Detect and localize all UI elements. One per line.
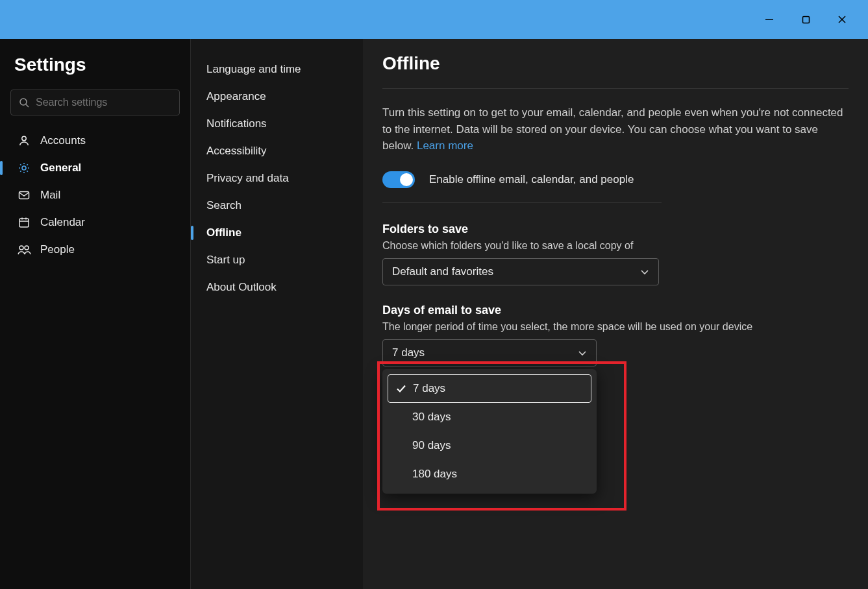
chevron-down-icon bbox=[640, 267, 649, 276]
folders-to-save-select[interactable]: Default and favorites bbox=[382, 258, 659, 285]
mail-icon bbox=[17, 189, 31, 202]
settings-content: Offline Turn this setting on to get to y… bbox=[363, 39, 868, 589]
minimize-icon bbox=[765, 15, 774, 24]
days-of-email-desc: The longer period of time you select, th… bbox=[382, 321, 849, 333]
subnav-language-and-time[interactable]: Language and time bbox=[200, 56, 354, 83]
check-icon bbox=[395, 383, 408, 394]
days-select-value: 7 days bbox=[392, 346, 425, 359]
calendar-icon bbox=[17, 216, 31, 229]
subnav-appearance[interactable]: Appearance bbox=[200, 83, 354, 110]
sidebar-item-mail[interactable]: Mail bbox=[10, 182, 180, 209]
subnav-label: Appearance bbox=[206, 90, 266, 103]
app-frame: Settings Accounts General Mail bbox=[0, 39, 868, 589]
window-titlebar bbox=[0, 0, 868, 39]
maximize-icon bbox=[802, 16, 810, 24]
learn-more-link[interactable]: Learn more bbox=[417, 139, 473, 152]
settings-heading: Settings bbox=[14, 54, 180, 75]
option-label: 90 days bbox=[412, 439, 451, 452]
svg-point-14 bbox=[25, 246, 29, 250]
subnav-privacy-and-data[interactable]: Privacy and data bbox=[200, 165, 354, 192]
folders-to-save-heading: Folders to save bbox=[382, 222, 849, 236]
subnav-offline[interactable]: Offline bbox=[200, 219, 354, 246]
sidebar-item-general[interactable]: General bbox=[10, 154, 180, 182]
sidebar-item-label: Accounts bbox=[40, 134, 86, 147]
sidebar-item-label: Calendar bbox=[40, 216, 85, 229]
gear-icon bbox=[17, 162, 31, 174]
days-of-email-select[interactable]: 7 days bbox=[382, 339, 597, 367]
option-label: 30 days bbox=[412, 411, 451, 424]
subnav-about-outlook[interactable]: About Outlook bbox=[200, 274, 354, 301]
svg-line-5 bbox=[26, 104, 29, 107]
subnav-label: About Outlook bbox=[206, 281, 277, 294]
sidebar-item-label: General bbox=[40, 162, 81, 174]
svg-point-4 bbox=[20, 99, 27, 105]
option-label: 7 days bbox=[413, 382, 445, 395]
svg-point-7 bbox=[22, 166, 26, 170]
svg-rect-1 bbox=[802, 16, 809, 23]
subnav-search[interactable]: Search bbox=[200, 192, 354, 219]
close-button[interactable] bbox=[824, 6, 860, 32]
maximize-button[interactable] bbox=[787, 6, 824, 32]
subnav-label: Accessibility bbox=[206, 145, 267, 158]
sidebar-item-accounts[interactable]: Accounts bbox=[10, 127, 180, 154]
svg-point-6 bbox=[22, 136, 26, 140]
subnav-start-up[interactable]: Start up bbox=[200, 246, 354, 274]
days-dropdown: 7 days 30 days 90 days 180 days bbox=[382, 369, 597, 494]
person-icon bbox=[17, 134, 31, 147]
search-settings-box[interactable] bbox=[10, 90, 180, 115]
sidebar-item-people[interactable]: People bbox=[10, 236, 180, 263]
svg-point-13 bbox=[19, 246, 23, 250]
svg-rect-8 bbox=[19, 192, 29, 199]
subnav-notifications[interactable]: Notifications bbox=[200, 110, 354, 138]
folders-to-save-desc: Choose which folders you'd like to save … bbox=[382, 240, 849, 252]
subnav-label: Language and time bbox=[206, 63, 301, 76]
days-option-180[interactable]: 180 days bbox=[388, 460, 591, 488]
search-icon bbox=[19, 97, 29, 108]
subnav-accessibility[interactable]: Accessibility bbox=[200, 138, 354, 165]
option-label: 180 days bbox=[412, 468, 457, 481]
svg-rect-9 bbox=[19, 219, 29, 227]
close-icon bbox=[837, 15, 847, 24]
enable-offline-label: Enable offline email, calendar, and peop… bbox=[429, 173, 634, 186]
subnav-label: Notifications bbox=[206, 117, 267, 130]
settings-subnav: Language and time Appearance Notificatio… bbox=[190, 39, 363, 589]
page-title: Offline bbox=[382, 53, 849, 89]
days-option-90[interactable]: 90 days bbox=[388, 431, 591, 460]
search-input[interactable] bbox=[36, 97, 171, 108]
settings-sidebar: Settings Accounts General Mail bbox=[0, 39, 190, 589]
subnav-label: Offline bbox=[206, 226, 242, 239]
chevron-down-icon bbox=[578, 348, 587, 357]
sidebar-item-label: People bbox=[40, 243, 75, 256]
days-of-email-heading: Days of email to save bbox=[382, 304, 849, 317]
days-option-30[interactable]: 30 days bbox=[388, 403, 591, 431]
offline-description: Turn this setting on to get to your emai… bbox=[382, 104, 849, 154]
folders-select-value: Default and favorites bbox=[392, 265, 493, 278]
days-option-7[interactable]: 7 days bbox=[388, 374, 591, 403]
minimize-button[interactable] bbox=[751, 6, 787, 32]
enable-offline-toggle[interactable] bbox=[382, 171, 415, 188]
sidebar-item-label: Mail bbox=[40, 189, 60, 202]
subnav-label: Privacy and data bbox=[206, 172, 289, 185]
subnav-label: Search bbox=[206, 199, 242, 212]
divider bbox=[382, 202, 662, 203]
sidebar-item-calendar[interactable]: Calendar bbox=[10, 209, 180, 236]
people-icon bbox=[17, 243, 31, 256]
subnav-label: Start up bbox=[206, 254, 245, 267]
